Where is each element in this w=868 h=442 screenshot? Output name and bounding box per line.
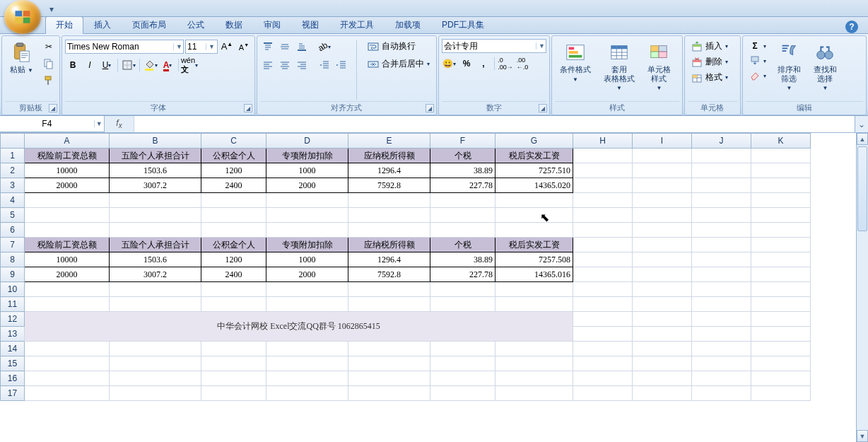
row-header[interactable]: 7 (1, 238, 25, 252)
cell[interactable] (430, 193, 495, 208)
cell[interactable] (266, 356, 348, 371)
cell[interactable] (266, 193, 348, 208)
cell[interactable] (495, 371, 573, 386)
grow-font-button[interactable]: A▲ (219, 39, 235, 54)
tab-view[interactable]: 视图 (291, 16, 329, 33)
data-cell[interactable]: 227.78 (430, 178, 495, 193)
cell[interactable] (633, 238, 692, 252)
cell[interactable] (751, 267, 811, 282)
decrease-decimal-button[interactable]: .00←.0 (515, 56, 530, 71)
select-all-corner[interactable] (1, 134, 25, 149)
table-header-cell[interactable]: 应纳税所得额 (348, 238, 430, 252)
cell[interactable] (751, 208, 811, 223)
cell[interactable] (348, 342, 430, 356)
row-header[interactable]: 8 (1, 252, 25, 267)
cell[interactable] (751, 312, 811, 327)
cell[interactable] (692, 282, 751, 297)
cell[interactable] (110, 193, 201, 208)
row-header[interactable]: 12 (1, 312, 25, 327)
cell[interactable] (348, 208, 430, 223)
cell[interactable] (692, 327, 751, 342)
cell[interactable] (692, 342, 751, 356)
cell[interactable] (110, 297, 201, 312)
fill-color-button[interactable]: ▾ (143, 57, 158, 73)
cell[interactable] (201, 386, 266, 401)
align-center-button[interactable] (277, 57, 293, 73)
cell[interactable] (751, 327, 811, 342)
row-header[interactable]: 14 (1, 342, 25, 356)
data-cell[interactable]: 10000 (25, 252, 110, 267)
scroll-down-button[interactable]: ▼ (857, 430, 868, 442)
grid[interactable]: ABCDEFGHIJK1税险前工资总额五险个人承担合计公积金个人专项附加扣除应纳… (0, 133, 811, 401)
orientation-button[interactable]: ab▾ (317, 39, 332, 54)
format-cells-button[interactable]: 格式 ▾ (688, 70, 732, 85)
table-header-cell[interactable]: 专项附加扣除 (266, 238, 348, 252)
underline-button[interactable]: U▾ (99, 57, 115, 73)
cell[interactable] (692, 163, 751, 178)
row-header[interactable]: 3 (1, 178, 25, 193)
tab-developer[interactable]: 开发工具 (329, 16, 385, 33)
align-bottom-button[interactable] (294, 39, 310, 54)
cell[interactable] (573, 386, 633, 401)
table-header-cell[interactable]: 个税 (430, 149, 495, 163)
data-cell[interactable]: 1200 (201, 252, 266, 267)
cell[interactable] (201, 356, 266, 371)
cell[interactable] (751, 297, 811, 312)
cell[interactable] (110, 223, 201, 238)
decrease-indent-button[interactable] (317, 57, 332, 73)
tab-addins[interactable]: 加载项 (385, 16, 431, 33)
row-header[interactable]: 1 (1, 149, 25, 163)
dialog-launcher[interactable]: ◢ (244, 104, 252, 112)
table-header-cell[interactable]: 个税 (430, 238, 495, 252)
name-box-input[interactable] (0, 119, 94, 129)
find-select-button[interactable]: 查找和 选择 ▼ (809, 39, 842, 93)
data-cell[interactable]: 2000 (266, 267, 348, 282)
cell[interactable] (110, 371, 201, 386)
align-right-button[interactable] (294, 57, 310, 73)
data-cell[interactable]: 7257.510 (495, 163, 573, 178)
cell[interactable] (573, 238, 633, 252)
cell[interactable] (692, 238, 751, 252)
data-cell[interactable]: 3007.2 (110, 267, 201, 282)
cell[interactable] (25, 193, 110, 208)
cell[interactable] (751, 371, 811, 386)
column-header[interactable]: I (633, 134, 692, 149)
table-header-cell[interactable]: 税后实发工资 (495, 238, 573, 252)
scroll-thumb[interactable] (857, 146, 867, 231)
data-cell[interactable]: 10000 (25, 163, 110, 178)
cell[interactable] (573, 282, 633, 297)
insert-cells-button[interactable]: 插入 ▾ (688, 39, 732, 54)
column-header[interactable]: K (751, 134, 811, 149)
cell[interactable] (633, 267, 692, 282)
data-cell[interactable]: 7592.8 (348, 178, 430, 193)
font-size-input[interactable] (187, 42, 206, 52)
tab-formulas[interactable]: 公式 (177, 16, 215, 33)
italic-button[interactable]: I (82, 57, 98, 73)
cell[interactable] (110, 356, 201, 371)
cell[interactable] (495, 282, 573, 297)
tab-insert[interactable]: 插入 (83, 16, 122, 33)
bold-button[interactable]: B (65, 57, 81, 73)
cell[interactable] (692, 267, 751, 282)
cell[interactable] (110, 342, 201, 356)
cell[interactable] (266, 208, 348, 223)
cell[interactable] (692, 149, 751, 163)
cell[interactable] (692, 386, 751, 401)
name-box[interactable]: ▼ (0, 116, 105, 132)
column-header[interactable]: C (201, 134, 266, 149)
cell[interactable] (692, 193, 751, 208)
cell[interactable] (573, 223, 633, 238)
cell[interactable] (266, 297, 348, 312)
column-header[interactable]: B (110, 134, 201, 149)
qat-dropdown[interactable]: ▾ (45, 3, 58, 16)
cell[interactable] (348, 223, 430, 238)
data-cell[interactable]: 14365.016 (495, 267, 573, 282)
cell[interactable] (633, 223, 692, 238)
tab-data[interactable]: 数据 (215, 16, 253, 33)
vertical-scrollbar[interactable]: ▲ ▼ (856, 133, 868, 442)
cell[interactable] (751, 282, 811, 297)
data-cell[interactable]: 7592.8 (348, 267, 430, 282)
cell[interactable] (430, 371, 495, 386)
chevron-down-icon[interactable]: ▼ (536, 42, 544, 50)
cell[interactable] (348, 371, 430, 386)
